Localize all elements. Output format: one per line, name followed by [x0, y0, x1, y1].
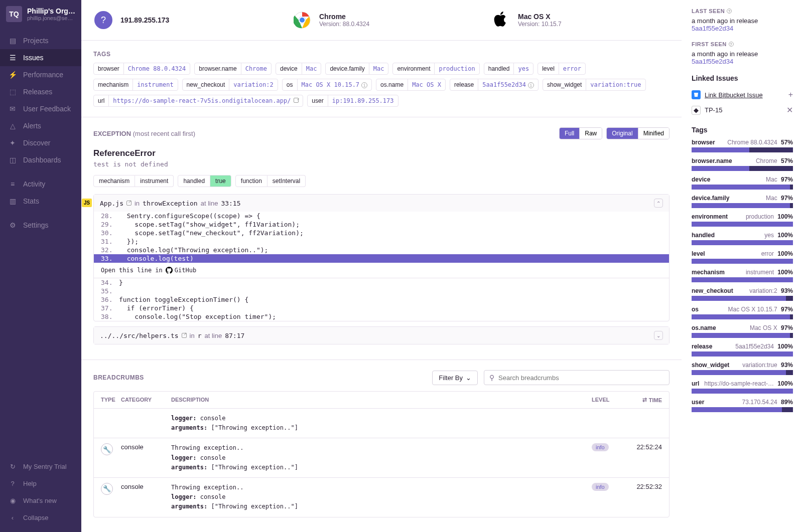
- tag-user[interactable]: userip:191.89.255.173: [307, 95, 398, 107]
- tag-device.family[interactable]: device.familyMac: [325, 63, 388, 75]
- tag-browser[interactable]: browserChrome 88.0.4324: [93, 63, 190, 75]
- trial-icon: ↻: [8, 462, 17, 471]
- x-icon[interactable]: ✕: [786, 105, 793, 115]
- tag-stat-new_checkout[interactable]: new_checkoutvariation:2 93%: [692, 287, 793, 301]
- issues-icon: ☰: [8, 53, 17, 62]
- exception-meta: mechanism: [93, 175, 135, 187]
- first-seen-label: FIRST SEEN: [692, 41, 727, 47]
- nav-issues[interactable]: ☰Issues: [0, 49, 81, 66]
- tag-stat-release[interactable]: release5aa1f55e2d34 100%: [692, 343, 793, 357]
- frame-header[interactable]: ../../src/helpers.ts in r at line 87:17 …: [94, 327, 669, 344]
- tag-release[interactable]: release5aa1f55e2d34i: [450, 79, 539, 91]
- exception-panel: EXCEPTION (most recent call first) FullR…: [81, 117, 682, 360]
- exception-name: ReferenceError: [93, 148, 670, 158]
- tag-stat-environment[interactable]: environmentproduction 100%: [692, 213, 793, 227]
- last-seen-release-link[interactable]: 5aa1f55e2d34: [692, 25, 733, 32]
- tag-mechanism[interactable]: mechanisminstrument: [93, 79, 178, 91]
- tag-handled[interactable]: handledyes: [484, 63, 533, 75]
- expand-icon[interactable]: ⌄: [654, 331, 663, 340]
- view-raw-button[interactable]: Raw: [580, 128, 602, 139]
- nav-whatsnew[interactable]: ◉What's new: [0, 492, 81, 509]
- external-link-icon[interactable]: [294, 98, 299, 103]
- tag-stat-show_widget[interactable]: show_widgetvariation:true 93%: [692, 362, 793, 375]
- code-line: 31. });: [94, 237, 669, 246]
- tag-stat-os[interactable]: osMac OS X 10.15.7 97%: [692, 306, 793, 319]
- frame-header[interactable]: App.js in throwException at line 33:15 ⌃: [94, 195, 669, 212]
- user-feedback-icon: ✉: [8, 104, 17, 113]
- tag-environment[interactable]: environmentproduction: [392, 63, 479, 75]
- tag-stat-os.name[interactable]: os.nameMac OS X 97%: [692, 324, 793, 338]
- level-badge: info: [592, 483, 609, 491]
- filter-by-button[interactable]: Filter By⌄: [432, 371, 478, 385]
- view-original-button[interactable]: Original: [607, 128, 638, 139]
- code-line: 35.: [94, 287, 669, 295]
- external-link-icon[interactable]: [182, 333, 187, 338]
- nav-releases[interactable]: ⬚Releases: [0, 83, 81, 100]
- org-switcher[interactable]: TQ Phillip's Organiz… phillip.jones@sent…: [0, 0, 81, 28]
- tag-show_widget[interactable]: show_widgetvariation:true: [543, 79, 646, 91]
- nav-settings[interactable]: ⚙Settings: [0, 217, 81, 234]
- stats-icon: ▥: [8, 197, 17, 206]
- jira-icon: ◆: [692, 106, 701, 115]
- info-icon: i: [361, 82, 367, 88]
- linked-bitbucket[interactable]: Link Bitbucket Issue+: [692, 87, 793, 102]
- chrome-icon: [292, 10, 312, 30]
- nav-help[interactable]: ?Help: [0, 475, 81, 492]
- tag-stat-device.family[interactable]: device.familyMac 97%: [692, 195, 793, 208]
- help-icon[interactable]: ?: [729, 42, 734, 47]
- nav-alerts[interactable]: △Alerts: [0, 117, 81, 134]
- tag-os.name[interactable]: os.nameMac OS X: [376, 79, 446, 91]
- chevron-down-icon: ⌄: [466, 374, 471, 382]
- org-email: phillip.jones@sentr…: [27, 15, 75, 21]
- collapse-icon[interactable]: ⌃: [654, 199, 663, 208]
- open-in-github[interactable]: Open this line in GitHub: [94, 263, 669, 278]
- wrench-icon: 🔧: [101, 483, 113, 495]
- exception-meta: function: [235, 175, 267, 187]
- tag-stat-browser.name[interactable]: browser.nameChrome 57%: [692, 157, 793, 171]
- tag-new_checkout[interactable]: new_checkoutvariation:2: [182, 79, 278, 91]
- tag-level[interactable]: levelerror: [538, 63, 586, 75]
- linked-jira[interactable]: ◆TP-15✕: [692, 102, 793, 118]
- tag-stat-browser[interactable]: browserChrome 88.0.4324 57%: [692, 139, 793, 152]
- nav-projects[interactable]: ▤Projects: [0, 32, 81, 49]
- nav-stats[interactable]: ▥Stats: [0, 193, 81, 210]
- stack-frame: JS App.js in throwException at line 33:1…: [93, 194, 670, 321]
- nav-trial[interactable]: ↻My Sentry Trial: [0, 458, 81, 475]
- releases-icon: ⬚: [8, 87, 17, 96]
- tag-stat-level[interactable]: levelerror 100%: [692, 250, 793, 264]
- tag-stat-mechanism[interactable]: mechanisminstrument 100%: [692, 269, 793, 282]
- nav-collapse[interactable]: ‹Collapse: [0, 509, 81, 526]
- performance-icon: ⚡: [8, 70, 17, 79]
- tag-device[interactable]: deviceMac: [276, 63, 321, 75]
- nav-user-feedback[interactable]: ✉User Feedback: [0, 100, 81, 117]
- env-ip-value: 191.89.255.173: [120, 16, 169, 24]
- nav-activity[interactable]: ≡Activity: [0, 175, 81, 193]
- code-line: 36.function toggleExceptionTimer() {: [94, 295, 669, 304]
- plus-icon[interactable]: +: [788, 90, 793, 99]
- progress-bar: [692, 370, 793, 375]
- wrench-icon: 🔧: [101, 443, 113, 455]
- nav-discover[interactable]: ✦Discover: [0, 134, 81, 151]
- last-seen-label: LAST SEEN: [692, 8, 725, 14]
- help-icon[interactable]: ?: [727, 9, 732, 14]
- first-seen-release-link[interactable]: 5aa1f55e2d34: [692, 58, 733, 65]
- nav-performance[interactable]: ⚡Performance: [0, 66, 81, 83]
- tag-stat-device[interactable]: deviceMac 97%: [692, 176, 793, 190]
- tag-url[interactable]: urlhttps://do-sample-react-7v5is.ondigit…: [93, 95, 303, 107]
- external-link-icon[interactable]: [126, 201, 131, 206]
- breadcrumb-search[interactable]: ⚲: [484, 370, 670, 385]
- tag-stat-url[interactable]: urlhttps://do-sample-react-… 100%: [692, 380, 793, 394]
- exception-meta: setInterval: [267, 175, 306, 187]
- tag-browser.name[interactable]: browser.nameChrome: [194, 63, 272, 75]
- tag-stat-handled[interactable]: handledyes 100%: [692, 232, 793, 245]
- swap-icon[interactable]: ⇄: [642, 397, 647, 403]
- view-minified-button[interactable]: Minified: [638, 128, 669, 139]
- discover-icon: ✦: [8, 138, 17, 147]
- nav-dashboards[interactable]: ◫Dashboards: [0, 151, 81, 168]
- tag-os[interactable]: osMac OS X 10.15.7i: [282, 79, 372, 91]
- env-os: Mac OS X Version: 10.15.7: [491, 10, 670, 30]
- breadcrumb-search-input[interactable]: [498, 374, 664, 382]
- tag-stat-user[interactable]: user73.170.54.24 89%: [692, 399, 793, 412]
- view-full-button[interactable]: Full: [560, 128, 580, 139]
- progress-bar: [692, 185, 793, 190]
